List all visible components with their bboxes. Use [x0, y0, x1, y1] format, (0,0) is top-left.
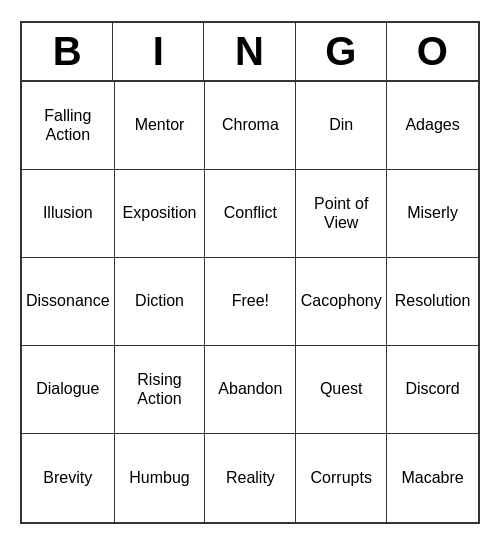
cell-text-2: Chroma	[222, 115, 279, 134]
bingo-cell-15: Dialogue	[22, 346, 115, 434]
bingo-cell-13: Cacophony	[296, 258, 387, 346]
bingo-cell-22: Reality	[205, 434, 296, 522]
cell-text-11: Diction	[135, 291, 184, 310]
bingo-cell-3: Din	[296, 82, 387, 170]
bingo-cell-17: Abandon	[205, 346, 296, 434]
cell-text-7: Conflict	[224, 203, 277, 222]
cell-text-15: Dialogue	[36, 379, 99, 398]
bingo-grid: Falling ActionMentorChromaDinAdagesIllus…	[22, 82, 478, 522]
cell-text-17: Abandon	[218, 379, 282, 398]
cell-text-18: Quest	[320, 379, 363, 398]
cell-text-21: Humbug	[129, 468, 189, 487]
bingo-cell-23: Corrupts	[296, 434, 387, 522]
cell-text-20: Brevity	[43, 468, 92, 487]
bingo-cell-11: Diction	[115, 258, 206, 346]
bingo-cell-14: Resolution	[387, 258, 478, 346]
bingo-cell-5: Illusion	[22, 170, 115, 258]
bingo-cell-19: Discord	[387, 346, 478, 434]
bingo-cell-18: Quest	[296, 346, 387, 434]
bingo-cell-21: Humbug	[115, 434, 206, 522]
cell-text-5: Illusion	[43, 203, 93, 222]
bingo-cell-20: Brevity	[22, 434, 115, 522]
cell-text-3: Din	[329, 115, 353, 134]
header-letter-g: G	[296, 23, 387, 80]
bingo-cell-7: Conflict	[205, 170, 296, 258]
bingo-cell-10: Dissonance	[22, 258, 115, 346]
bingo-cell-16: Rising Action	[115, 346, 206, 434]
bingo-cell-4: Adages	[387, 82, 478, 170]
bingo-cell-6: Exposition	[115, 170, 206, 258]
cell-text-10: Dissonance	[26, 291, 110, 310]
header-letter-o: O	[387, 23, 478, 80]
bingo-card: BINGO Falling ActionMentorChromaDinAdage…	[20, 21, 480, 524]
bingo-cell-1: Mentor	[115, 82, 206, 170]
bingo-cell-24: Macabre	[387, 434, 478, 522]
bingo-cell-12: Free!	[205, 258, 296, 346]
cell-text-4: Adages	[405, 115, 459, 134]
cell-text-24: Macabre	[401, 468, 463, 487]
cell-text-9: Miserly	[407, 203, 458, 222]
cell-text-13: Cacophony	[301, 291, 382, 310]
cell-text-6: Exposition	[123, 203, 197, 222]
bingo-header: BINGO	[22, 23, 478, 82]
header-letter-n: N	[204, 23, 295, 80]
bingo-cell-0: Falling Action	[22, 82, 115, 170]
bingo-cell-9: Miserly	[387, 170, 478, 258]
cell-text-0: Falling Action	[26, 106, 110, 144]
bingo-cell-8: Point of View	[296, 170, 387, 258]
cell-text-16: Rising Action	[119, 370, 201, 408]
cell-text-1: Mentor	[135, 115, 185, 134]
header-letter-i: I	[113, 23, 204, 80]
cell-text-19: Discord	[405, 379, 459, 398]
header-letter-b: B	[22, 23, 113, 80]
cell-text-23: Corrupts	[311, 468, 372, 487]
bingo-cell-2: Chroma	[205, 82, 296, 170]
cell-text-14: Resolution	[395, 291, 471, 310]
cell-text-8: Point of View	[300, 194, 382, 232]
cell-text-12: Free!	[232, 291, 269, 310]
cell-text-22: Reality	[226, 468, 275, 487]
